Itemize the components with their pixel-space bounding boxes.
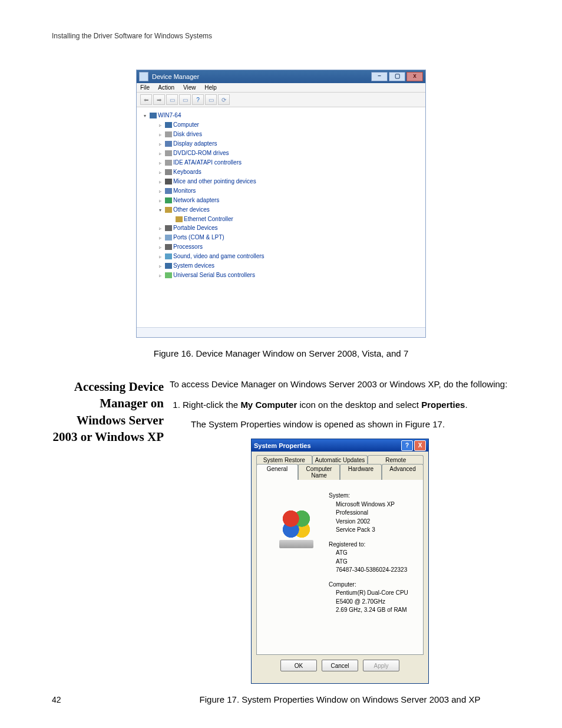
devmgr-titlebar: Device Manager – ▢ x <box>137 70 425 83</box>
help-button[interactable]: ? <box>401 440 413 451</box>
devmgr-title: Device Manager <box>152 73 371 80</box>
tree-ide[interactable]: ▹IDE ATA/ATAPI controllers <box>159 158 422 167</box>
tree-ethernet-controller[interactable]: Ethernet Controller <box>170 215 422 223</box>
system-line3: Version 2002 <box>336 518 416 526</box>
tree-network-adapters[interactable]: ▹Network adapters <box>159 196 422 205</box>
tab-hardware[interactable]: Hardware <box>340 464 382 480</box>
intro-paragraph: To access Device Manager on Windows Serv… <box>170 378 510 390</box>
tab-general[interactable]: General <box>256 464 298 480</box>
registered-line2: ATG <box>336 558 416 566</box>
menu-view[interactable]: View <box>183 84 196 91</box>
devmgr-app-icon <box>139 72 148 81</box>
tree-disk-drives[interactable]: ▹Disk drives <box>159 130 422 139</box>
devmgr-toolbar: ⬅ ➡ ▭ ▭ ? ▭ ⟳ <box>137 93 425 107</box>
system-line2: Professional <box>336 509 416 518</box>
menu-help[interactable]: Help <box>204 84 217 91</box>
maximize-button[interactable]: ▢ <box>389 72 405 81</box>
tree-display-adapters[interactable]: ▹Display adapters <box>159 139 422 149</box>
tab-system-restore[interactable]: System Restore <box>256 455 312 465</box>
menu-file[interactable]: File <box>140 84 150 91</box>
back-icon[interactable]: ⬅ <box>140 94 152 105</box>
toolbar-btn-2[interactable]: ▭ <box>179 94 191 105</box>
system-properties-dialog: System Properties ? X System Restore Aut… <box>251 439 429 684</box>
sysprops-title: System Properties <box>254 442 400 449</box>
close-button[interactable]: x <box>406 72 423 81</box>
computer-line3: 2.69 GHz, 3.24 GB of RAM <box>336 606 416 615</box>
registered-line1: ATG <box>336 549 416 558</box>
system-line4: Service Pack 3 <box>336 526 416 535</box>
tree-usb[interactable]: ▹Universal Serial Bus controllers <box>159 271 422 280</box>
devmgr-statusbar <box>137 327 425 337</box>
tree-sound[interactable]: ▹Sound, video and game controllers <box>159 252 422 261</box>
toolbar-btn-1[interactable]: ▭ <box>166 94 178 105</box>
cancel-button[interactable]: Cancel <box>322 660 358 671</box>
tree-keyboards[interactable]: ▹Keyboards <box>159 167 422 177</box>
help-icon[interactable]: ? <box>192 94 204 105</box>
windows-logo-icon <box>276 507 317 548</box>
tree-portable-devices[interactable]: ▹Portable Devices <box>159 223 422 233</box>
tab-automatic-updates[interactable]: Automatic Updates <box>312 455 368 465</box>
tree-monitors[interactable]: ▹Monitors <box>159 186 422 196</box>
page-number: 42 <box>52 695 61 704</box>
ok-button[interactable]: OK <box>280 660 317 671</box>
sysprops-titlebar: System Properties ? X <box>252 439 428 452</box>
tree-ports[interactable]: ▹Ports (COM & LPT) <box>159 233 422 242</box>
tree-computer[interactable]: ▹Computer <box>159 120 422 130</box>
step-1: Right-click the My Computer icon on the … <box>183 398 510 430</box>
general-tab-panel: System: Microsoft Windows XP Professiona… <box>256 479 424 655</box>
forward-icon[interactable]: ➡ <box>153 94 165 105</box>
figure17-caption: Figure 17. System Properties Window on W… <box>170 694 510 704</box>
computer-line1: Pentium(R) Dual-Core CPU <box>336 589 416 598</box>
running-header: Installing the Driver Software for Windo… <box>52 32 510 40</box>
tree-system-devices[interactable]: ▹System devices <box>159 261 422 271</box>
toolbar-btn-3[interactable]: ▭ <box>205 94 217 105</box>
section-heading: Accessing Device Manager on Windows Serv… <box>52 378 164 445</box>
step-1-note: The System Properties window is opened a… <box>191 418 510 430</box>
tab-computer-name[interactable]: Computer Name <box>298 464 340 480</box>
tree-dvd[interactable]: ▹DVD/CD-ROM drives <box>159 149 422 158</box>
system-label: System: <box>329 492 416 500</box>
devmgr-menu-bar: File Action View Help <box>137 83 425 93</box>
tree-other-devices[interactable]: ▾Other devices <box>159 205 422 215</box>
tree-root[interactable]: ▾WIN7-64 <box>144 111 422 120</box>
system-line1: Microsoft Windows XP <box>336 500 416 509</box>
tab-advanced[interactable]: Advanced <box>382 464 424 480</box>
device-manager-window: Device Manager – ▢ x File Action View He… <box>136 70 426 338</box>
figure16-caption: Figure 16. Device Manager Window on Serv… <box>52 348 510 358</box>
minimize-button[interactable]: – <box>371 72 388 81</box>
registered-label: Registered to: <box>329 541 416 549</box>
tree-processors[interactable]: ▹Processors <box>159 242 422 252</box>
tree-mice[interactable]: ▹Mice and other pointing devices <box>159 177 422 186</box>
menu-action[interactable]: Action <box>158 84 174 91</box>
close-button[interactable]: X <box>414 440 426 451</box>
computer-line2: E5400 @ 2.70GHz <box>336 598 416 607</box>
refresh-icon[interactable]: ⟳ <box>218 94 230 105</box>
tab-remote[interactable]: Remote <box>368 455 424 465</box>
device-tree: ▾WIN7-64 ▹Computer ▹Disk drives ▹Display… <box>137 107 425 327</box>
apply-button[interactable]: Apply <box>363 660 399 671</box>
computer-label: Computer: <box>329 581 416 589</box>
registered-line3: 76487-340-5386024-22323 <box>336 566 416 575</box>
